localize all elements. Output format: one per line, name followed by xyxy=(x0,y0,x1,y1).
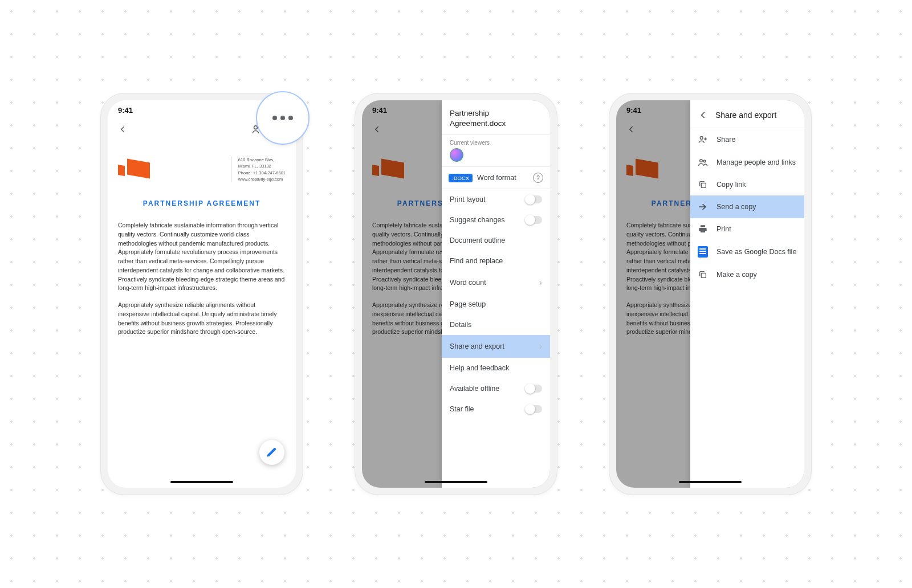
back-button[interactable] xyxy=(116,122,129,136)
home-indicator xyxy=(679,481,742,483)
menu-find-replace[interactable]: Find and replace xyxy=(442,251,550,271)
paragraph: Completely fabricate sustainable informa… xyxy=(118,221,286,293)
svg-point-20 xyxy=(703,160,706,162)
format-label: Word format xyxy=(477,174,516,182)
menu-share-export[interactable]: Share and export› xyxy=(442,335,550,358)
docx-badge: .DOCX xyxy=(449,174,473,182)
toggle-star[interactable] xyxy=(526,405,542,413)
svg-rect-22 xyxy=(701,273,706,277)
phone-frame-step1: 9:41 xyxy=(100,93,303,495)
svg-point-19 xyxy=(700,160,703,162)
sheet-title: Share and export xyxy=(715,111,776,120)
viewers-label: Current viewers xyxy=(450,140,542,146)
people-icon xyxy=(697,157,709,168)
svg-rect-21 xyxy=(701,183,706,187)
copy-icon xyxy=(697,180,709,189)
sheet-title: Partnership Agreement.docx xyxy=(442,100,550,135)
company-logo xyxy=(118,158,152,181)
format-row[interactable]: .DOCX Word format ? xyxy=(442,167,550,189)
menu-save-as-docs[interactable]: Save as Google Docs file xyxy=(690,240,804,264)
toggle-print-layout[interactable] xyxy=(526,195,542,203)
more-icon xyxy=(272,116,293,120)
person-add-icon xyxy=(697,134,709,145)
home-indicator xyxy=(170,481,233,483)
toggle-offline[interactable] xyxy=(526,385,542,393)
sheet-back-button[interactable] xyxy=(696,108,710,122)
viewer-avatar[interactable] xyxy=(450,148,463,162)
help-icon[interactable]: ? xyxy=(533,173,543,183)
print-icon xyxy=(697,224,709,234)
menu-word-count[interactable]: Word count› xyxy=(442,271,550,294)
menu-copy-link[interactable]: Copy link xyxy=(690,174,804,195)
menu-available-offline[interactable]: Available offline xyxy=(442,378,550,399)
menu-star-file[interactable]: Star file xyxy=(442,399,550,419)
menu-page-setup[interactable]: Page setup xyxy=(442,294,550,315)
chevron-right-icon: › xyxy=(539,277,542,288)
status-time: 9:41 xyxy=(118,106,133,115)
current-viewers-section: Current viewers xyxy=(442,135,550,167)
contact-block: 610 Biscayne Blvs, Miami, FL, 33132 Phon… xyxy=(231,157,286,182)
svg-point-18 xyxy=(700,137,703,140)
menu-send-copy[interactable]: Send a copy xyxy=(690,195,804,218)
copy-icon xyxy=(697,270,709,279)
menu-document-outline[interactable]: Document outline xyxy=(442,230,550,251)
paragraph: Appropriately synthesize reliable alignm… xyxy=(118,301,286,337)
menu-print[interactable]: Print xyxy=(690,218,804,240)
toggle-suggest[interactable] xyxy=(526,216,542,224)
menu-make-copy[interactable]: Make a copy xyxy=(690,264,804,285)
chevron-right-icon: › xyxy=(539,341,542,352)
edit-fab[interactable] xyxy=(259,440,284,465)
phone-frame-step2: 9:41 610 Biscayne Blvs,Miami, FL, 33132P… xyxy=(355,93,557,495)
document-viewport[interactable]: 610 Biscayne Blvs, Miami, FL, 33132 Phon… xyxy=(108,141,296,337)
menu-suggest-changes[interactable]: Suggest changes xyxy=(442,210,550,230)
document-title: PARTNERSHIP AGREEMENT xyxy=(118,198,286,209)
send-icon xyxy=(697,202,709,212)
menu-share[interactable]: Share xyxy=(690,128,804,151)
menu-details[interactable]: Details xyxy=(442,315,550,335)
tutorial-highlight-more xyxy=(256,91,310,145)
share-export-sheet: Share and export Share Manage people and… xyxy=(690,100,804,488)
docs-file-icon xyxy=(697,246,709,258)
phone-frame-step3: 9:41 610 Biscayne Blvs,Miami, FL, 33132P… xyxy=(609,93,812,495)
menu-manage-people[interactable]: Manage people and links xyxy=(690,151,804,174)
more-menu-sheet: Partnership Agreement.docx Current viewe… xyxy=(442,100,550,488)
menu-print-layout[interactable]: Print layout xyxy=(442,189,550,210)
home-indicator xyxy=(425,481,487,483)
menu-help-feedback[interactable]: Help and feedback xyxy=(442,358,550,378)
